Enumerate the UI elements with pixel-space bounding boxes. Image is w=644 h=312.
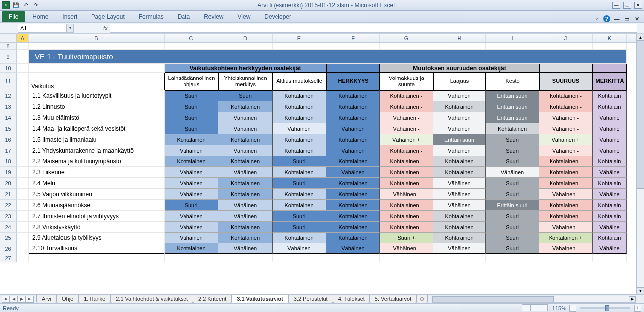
cell[interactable] [17, 43, 29, 50]
col-header-A[interactable]: A [17, 34, 29, 42]
sheet-tab[interactable]: 5. Vertailuarvot [369, 295, 417, 303]
cell-g[interactable]: Kohtalainen - [380, 167, 433, 178]
window-close-icon[interactable]: ✕ [633, 15, 640, 22]
cell-h[interactable]: Kohtalainen [433, 211, 486, 222]
formula-input[interactable] [110, 24, 637, 33]
cell[interactable] [17, 145, 29, 156]
cell-d[interactable]: Kohtalainen [218, 178, 273, 189]
cell-g[interactable]: Suuri + [380, 233, 433, 243]
col-header-G[interactable]: G [380, 34, 433, 42]
cell-j[interactable]: Kohtalainen - [539, 90, 593, 101]
file-tab[interactable]: File [2, 11, 25, 22]
cell-c[interactable]: Suuri [165, 90, 218, 101]
cell[interactable] [433, 43, 486, 50]
cell[interactable] [593, 43, 627, 50]
cell-e[interactable]: Kohtalainen [273, 134, 326, 145]
cell-j[interactable]: Kohtalainen + [539, 233, 593, 243]
cell-e[interactable]: Vähäinen [273, 123, 326, 134]
cell-e[interactable]: Kohtalainen [273, 101, 326, 112]
cell-h[interactable]: Kohtalainen [433, 222, 486, 233]
col-header-D[interactable]: D [218, 34, 273, 42]
cell[interactable] [539, 64, 593, 73]
zoom-slider[interactable] [580, 307, 630, 309]
ribbon-tab-formulas[interactable]: Formulas [132, 11, 171, 22]
cell-e[interactable]: Suuri [273, 222, 326, 233]
maximize-button[interactable]: ▭ [623, 2, 631, 9]
cell-k[interactable]: Kohtalain [593, 90, 627, 101]
cell-c[interactable]: Suuri [165, 101, 218, 112]
ribbon-tab-pagelayout[interactable]: Page Layout [84, 11, 131, 22]
cell-c[interactable]: Vähäinen [165, 233, 218, 243]
impact-label[interactable]: 2.9 Aluetalous ja työllisyys [29, 233, 165, 243]
row-header[interactable]: 17 [0, 145, 17, 156]
cell-e[interactable]: Kohtalainen [273, 145, 326, 156]
cell-d[interactable]: Vähäinen [218, 112, 273, 123]
cell-d[interactable]: Vähäinen [218, 145, 273, 156]
cell-d[interactable]: Vähäinen [218, 243, 273, 254]
cell-f[interactable]: Kohtalainen [326, 233, 380, 243]
cell-h[interactable]: Vähäinen [433, 145, 486, 156]
cell-j[interactable]: Vähäinen - [539, 123, 593, 134]
cell-c[interactable]: Suuri [165, 200, 218, 211]
impact-label[interactable]: 2.10 Turvallisuus [29, 243, 165, 254]
sheet-tab[interactable]: Ohje [56, 295, 79, 303]
cell-e[interactable]: Kohtalainen [273, 233, 326, 243]
close-button[interactable]: ✕ [634, 2, 642, 9]
cell-c[interactable]: Kohtalainen [165, 156, 218, 167]
sheet-tab[interactable]: 2.2 Kriteerit [193, 295, 232, 303]
cell-g[interactable]: Kohtalainen - [380, 211, 433, 222]
cell[interactable] [539, 254, 593, 262]
row-header[interactable]: 27 [0, 254, 17, 262]
scroll-down-icon[interactable]: ▼ [637, 287, 644, 294]
cell-i[interactable]: Erittäin suuri [486, 112, 539, 123]
cell-k[interactable]: Kohtalain [593, 101, 627, 112]
cell[interactable] [326, 254, 380, 262]
row-header[interactable]: 22 [0, 200, 17, 211]
ribbon-tab-view[interactable]: View [231, 11, 258, 22]
cell-h[interactable]: Vähäinen [433, 178, 486, 189]
cell-k[interactable]: Vähäine [593, 189, 627, 200]
cell-g[interactable]: Vähäinen - [380, 243, 433, 254]
cell-j[interactable]: Kohtalainen - [539, 200, 593, 211]
subhdr-f[interactable]: HERKKYYS [326, 73, 380, 90]
subhdr-h[interactable]: Laajuus [433, 73, 486, 90]
cell[interactable] [17, 167, 29, 178]
cell[interactable] [17, 123, 29, 134]
cell[interactable] [326, 64, 380, 73]
cell-k[interactable]: Kohtalain [593, 233, 627, 243]
impact-label[interactable]: 1.4 Maa- ja kallioperä sekä vesistöt [29, 123, 165, 134]
cell-e[interactable]: Vähäinen [273, 243, 326, 254]
cell-g[interactable]: Kohtalainen - [380, 90, 433, 101]
select-all-corner[interactable] [0, 34, 17, 42]
cell[interactable] [326, 43, 380, 50]
window-min-icon[interactable]: — [613, 15, 620, 22]
cell-c[interactable]: Vähäinen [165, 189, 218, 200]
row-header[interactable]: 26 [0, 243, 17, 254]
sheet-tab[interactable]: 3.2 Perustelut [288, 295, 333, 303]
impact-label[interactable]: 2.1 Yhdyskuntarakenne ja maankäyttö [29, 145, 165, 156]
cell-h[interactable]: Kohtalainen [433, 156, 486, 167]
cell[interactable] [17, 134, 29, 145]
cell-d[interactable]: Kohtalainen [218, 189, 273, 200]
cell-f[interactable]: Vähäinen [326, 167, 380, 178]
sheet-tab[interactable]: 2.1 Vaihtoehdot & vaikutukset [110, 295, 193, 303]
cell-i[interactable]: Suuri [486, 189, 539, 200]
cell-j[interactable]: Kohtalainen - [539, 167, 593, 178]
cell-d[interactable]: Suuri [218, 90, 273, 101]
cell-e[interactable]: Suuri [273, 178, 326, 189]
subhdr-c[interactable]: Lainsäädännöllinen ohjaus [165, 73, 218, 90]
cell-i[interactable]: Suuri [486, 178, 539, 189]
cell[interactable] [17, 211, 29, 222]
cell[interactable] [486, 254, 539, 262]
row-header[interactable]: 23 [0, 211, 17, 222]
cell[interactable] [17, 200, 29, 211]
cell-i[interactable]: Suuri [486, 233, 539, 243]
cell-k[interactable]: Kohtalain [593, 178, 627, 189]
cell-f[interactable]: Kohtalainen [326, 134, 380, 145]
subhdr-d[interactable]: Yhteiskunnallinen merkitys [218, 73, 273, 90]
cell-g[interactable]: Kohtalainen - [380, 200, 433, 211]
scroll-right-icon[interactable]: ▶ [629, 296, 636, 302]
subhdr-g[interactable]: Voimakkuus ja suunta [380, 73, 433, 90]
cell[interactable] [165, 43, 218, 50]
cell-g[interactable]: Kohtalainen - [380, 101, 433, 112]
